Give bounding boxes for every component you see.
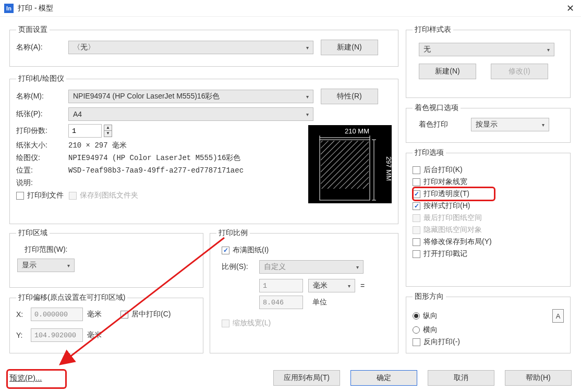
offset-x-input[interactable] [31,308,83,321]
shade-print-select[interactable]: 按显示▾ [471,118,549,131]
chevron-down-icon: ▾ [306,112,309,117]
viewport-legend: 着色视口选项 [413,103,461,113]
print-area-legend: 打印区域 [16,228,50,238]
scale-unit-text: 单位 [312,298,327,307]
ok-button[interactable]: 确定 [350,370,417,386]
print-options-group: 打印选项 后台打印(K) 打印对象线宽 打印透明度(T) 按样式打印(H) 最后… [406,148,571,287]
spin-down-icon[interactable]: ▼ [104,131,112,137]
chevron-down-icon: ▾ [547,47,550,53]
page-name-select[interactable]: 〈无〉▾ [68,41,313,54]
page-setup-legend: 页面设置 [16,25,50,34]
orient-portrait-radio[interactable] [413,312,420,320]
scale-lineweight-checkbox [222,320,229,327]
viewport-group: 着色视口选项 着色打印 按显示▾ [406,103,571,143]
offset-y-unit: 毫米 [87,330,102,340]
chevron-down-icon: ▾ [356,264,359,270]
location-value: WSD-7eaf98b3-7aa9-49ff-a277-ed7787171aec [68,166,244,175]
printer-legend: 打印机/绘图仪 [16,74,66,83]
chevron-down-icon: ▾ [67,263,70,268]
print-area-group: 打印区域 打印范围(W): 显示▾ [9,228,203,288]
scale-numerator-input [259,279,303,292]
copies-input[interactable] [68,124,102,138]
page-name-label: 名称(A): [16,43,68,52]
app-icon: In [4,4,14,13]
offset-x-unit: 毫米 [87,310,102,319]
center-print-checkbox[interactable] [120,311,128,318]
paper-select[interactable]: A4▾ [68,107,313,121]
chevron-down-icon: ▾ [542,122,544,128]
shade-print-label: 着色打印 [419,120,471,129]
page-setup-group: 页面设置 名称(A): 〈无〉▾ 新建(N) [9,25,398,67]
opt-background-checkbox[interactable] [413,166,420,174]
offset-x-label: X: [16,310,31,318]
opt-hide-paperspace-checkbox [413,226,420,234]
style-select[interactable]: 无▾ [419,43,554,56]
paper-label: 纸张(P): [16,109,68,119]
svg-rect-5 [321,141,369,189]
orientation-legend: 图形方向 [413,292,446,301]
help-button[interactable]: 帮助(H) [505,370,572,386]
paper-preview: 210 MM 297 MM [308,125,392,203]
description-label: 说明: [16,178,68,188]
opt-stamp-checkbox[interactable] [413,250,420,258]
save-folder-checkbox [69,192,77,200]
print-scale-group: 打印比例 布满图纸(I) 比例(S): 自定义▾ 毫米▾ = 单位 缩放线宽(L… [210,228,398,353]
preview-button[interactable]: 预览(P)... [9,373,42,383]
orient-landscape-radio[interactable] [413,326,420,334]
print-options-legend: 打印选项 [413,148,446,157]
fit-page-checkbox[interactable] [222,247,229,254]
offset-y-label: Y: [16,331,31,339]
scale-unit-select[interactable]: 毫米▾ [308,279,355,292]
print-range-select[interactable]: 显示▾ [17,259,75,272]
equals-label: = [360,281,365,290]
offset-y-input[interactable] [31,328,83,342]
opt-transparency-checkbox[interactable] [413,190,420,198]
ratio-label: 比例(S): [222,262,259,272]
printer-name-label: 名称(M): [16,92,68,101]
orient-reverse-checkbox[interactable] [413,338,420,346]
chevron-down-icon: ▾ [306,45,309,51]
opt-bystyle-checkbox[interactable] [413,202,420,210]
chevron-down-icon: ▾ [306,94,309,100]
chevron-down-icon: ▾ [348,283,350,289]
print-to-file-checkbox[interactable] [16,192,24,200]
opt-save-layout-checkbox[interactable] [413,238,420,246]
cancel-button[interactable]: 取消 [428,370,494,386]
window-title: 打印 - 模型 [18,4,563,13]
paper-size-label: 纸张大小: [16,141,68,150]
printer-properties-button[interactable]: 特性(R) [321,89,378,104]
style-table-legend: 打印样式表 [413,25,453,34]
print-scale-legend: 打印比例 [216,228,250,238]
apply-layout-button[interactable]: 应用到布局(T) [273,370,340,386]
plotter-label: 绘图仪: [16,153,68,163]
close-icon[interactable]: ✕ [563,2,577,15]
print-offset-legend: 打印偏移(原点设置在可打印区域) [16,293,127,302]
spin-up-icon[interactable]: ▲ [104,125,112,131]
style-modify-button: 修改(I) [491,64,548,79]
title-bar: In 打印 - 模型 ✕ [0,0,581,17]
opt-paperspace-last-checkbox [413,214,420,222]
scale-denominator-input [259,296,303,309]
plotter-value: NPIE94974 (HP Color LaserJet M555)16彩色 [68,153,240,163]
print-offset-group: 打印偏移(原点设置在可打印区域) X: 毫米 居中打印(C) Y: 毫米 [9,293,203,353]
ratio-select[interactable]: 自定义▾ [259,260,364,274]
paper-size-value: 210 × 297 毫米 [68,141,127,150]
opt-lineweight-checkbox[interactable] [413,178,420,186]
copies-label: 打印份数: [16,126,68,136]
print-range-label: 打印范围(W): [25,245,197,254]
style-table-group: 打印样式表 无▾ 新建(N) 修改(I) [406,25,571,98]
preview-width-label: 210 MM [345,127,369,135]
location-label: 位置: [16,166,68,175]
printer-name-select[interactable]: NPIE94974 (HP Color LaserJet M555)16彩色▾ [68,90,313,103]
printer-group: 打印机/绘图仪 名称(M): NPIE94974 (HP Color Laser… [9,74,398,224]
page-new-button[interactable]: 新建(N) [321,40,378,55]
orientation-preview-icon: A [552,309,564,323]
orientation-group: 图形方向 纵向 A 横向 反向打印(-) [406,292,571,353]
preview-height-label: 297 MM [385,156,392,181]
style-new-button[interactable]: 新建(N) [419,64,476,79]
